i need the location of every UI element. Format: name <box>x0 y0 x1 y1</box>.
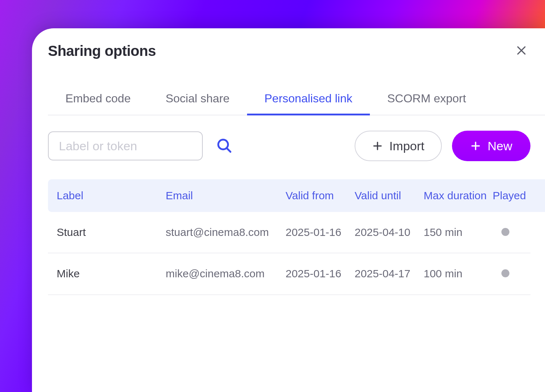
cell-valid-from: 2025-01-16 <box>286 225 355 240</box>
new-button-label: New <box>488 139 512 153</box>
close-icon <box>515 52 528 58</box>
cell-email: mike@cinema8.com <box>166 266 286 281</box>
new-button[interactable]: New <box>452 131 530 161</box>
search-button[interactable] <box>214 135 235 157</box>
played-status-dot <box>501 228 509 236</box>
cell-valid-from: 2025-01-16 <box>286 266 355 281</box>
search-input[interactable] <box>48 131 203 160</box>
import-button-label: Import <box>389 139 424 153</box>
modal-title: Sharing options <box>48 43 156 59</box>
search-group <box>48 131 235 160</box>
plus-icon <box>372 140 383 151</box>
cell-label: Mike <box>57 266 166 281</box>
cell-max-duration: 100 min <box>424 266 493 281</box>
cell-valid-until: 2025-04-17 <box>355 266 424 281</box>
close-button[interactable] <box>512 41 530 61</box>
tab-personalised-link[interactable]: Personalised link <box>247 92 370 115</box>
tabs: Embed codeSocial sharePersonalised linkS… <box>48 92 545 115</box>
column-header[interactable]: Played <box>493 189 544 203</box>
cell-label: Stuart <box>57 225 166 240</box>
controls-row: Import New <box>48 131 545 161</box>
cell-max-duration: 150 min <box>424 225 493 240</box>
import-button[interactable]: Import <box>355 131 442 161</box>
modal-header: Sharing options <box>48 41 545 61</box>
links-table: LabelEmailValid fromValid untilMax durat… <box>48 179 545 295</box>
table-row[interactable]: Stuartstuart@cinema8.com2025-01-162025-0… <box>48 212 530 254</box>
table-header: LabelEmailValid fromValid untilMax durat… <box>48 179 545 212</box>
played-status-dot <box>501 269 509 277</box>
plus-icon <box>470 140 481 151</box>
cell-valid-until: 2025-04-10 <box>355 225 424 240</box>
tab-social-share[interactable]: Social share <box>148 92 247 115</box>
tab-embed-code[interactable]: Embed code <box>48 92 148 115</box>
tab-scorm-export[interactable]: SCORM export <box>370 92 484 115</box>
column-header[interactable]: Valid from <box>286 189 355 203</box>
table-row[interactable]: Mikemike@cinema8.com2025-01-162025-04-17… <box>48 253 530 295</box>
search-icon <box>216 150 233 155</box>
cell-played <box>493 266 529 281</box>
cell-email: stuart@cinema8.com <box>166 225 286 240</box>
column-header[interactable]: Label <box>57 189 166 203</box>
table-body: Stuartstuart@cinema8.com2025-01-162025-0… <box>48 212 545 295</box>
column-header[interactable]: Email <box>166 189 286 203</box>
svg-line-3 <box>227 148 231 152</box>
column-header[interactable]: Max duration <box>424 189 493 203</box>
column-header[interactable]: Valid until <box>355 189 424 203</box>
cell-played <box>493 225 529 240</box>
sharing-options-modal: Sharing options Embed codeSocial sharePe… <box>32 28 545 392</box>
